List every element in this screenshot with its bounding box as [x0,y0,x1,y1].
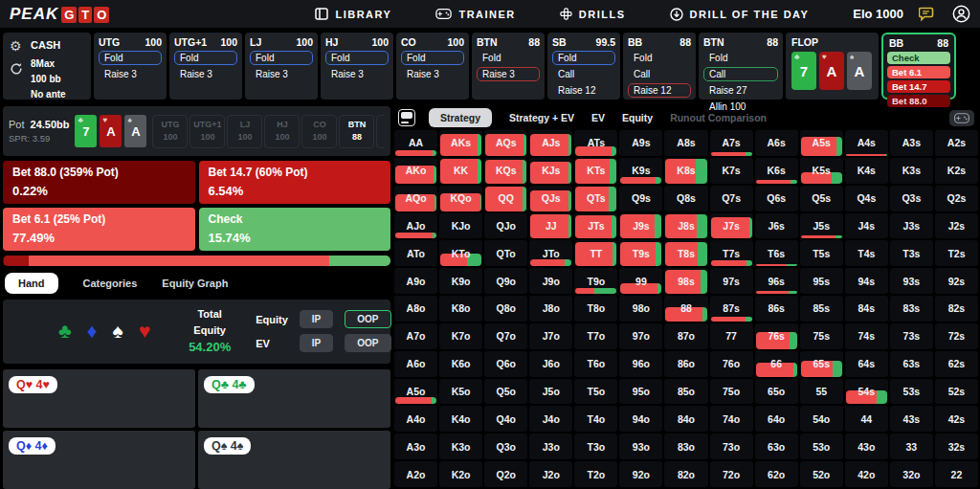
action-option-raise-3[interactable]: Raise 3 [401,67,464,81]
matrix-cell-T8o[interactable]: T8o [574,296,617,322]
strategy-option-check[interactable]: Check [887,52,950,64]
matrix-cell-33[interactable]: 33 [890,433,933,459]
matrix-cell-A5s[interactable]: A5s [800,130,843,156]
matrix-cell-K2o[interactable]: K2o [439,461,482,487]
matrix-cell-Q2o[interactable]: Q2o [484,461,527,487]
matrix-cell-62o[interactable]: 62o [755,461,798,487]
tab-equity-graph[interactable]: Equity Graph [162,273,228,294]
matrix-cell-75s[interactable]: 75s [800,323,843,349]
matrix-cell-22[interactable]: 22 [935,461,978,487]
gear-icon[interactable]: ⚙ [10,39,23,53]
train-spot-gamepad-icon[interactable] [949,110,974,126]
tab-hand[interactable]: Hand [5,273,58,294]
matrix-cell-66[interactable]: 66 [755,351,798,377]
matrix-cell-64s[interactable]: 64s [845,351,888,377]
matrix-cell-KJo[interactable]: KJo [439,213,482,239]
matrix-cell-A9s[interactable]: A9s [619,130,662,156]
matrix-cell-QJs[interactable]: QJs [529,186,572,211]
action-option-fold[interactable]: Fold [99,51,162,65]
matrix-cell-ATo[interactable]: ATo [394,240,437,266]
matrix-cell-J9o[interactable]: J9o [529,268,572,294]
matrix-cell-AJo[interactable]: AJo [394,213,437,239]
matrix-cell-AA[interactable]: AA [394,130,437,156]
matrix-cell-KQo[interactable]: KQo [439,186,482,211]
matrix-cell-J8o[interactable]: J8o [529,296,572,322]
matrix-tab-ev[interactable]: EV [591,112,605,123]
matrix-cell-QTs[interactable]: QTs [574,186,617,211]
matrix-cell-99[interactable]: 99 [619,268,662,294]
matrix-cell-J2o[interactable]: J2o [529,461,572,487]
matrix-cell-84o[interactable]: 84o [664,406,707,432]
action-option-raise-3[interactable]: Raise 3 [325,67,389,81]
strategy-option-bet-6-1[interactable]: Bet 6.1 [887,66,950,78]
matrix-cell-K4s[interactable]: K4s [845,158,888,184]
matrix-cell-J4o[interactable]: J4o [529,406,572,432]
action-option-call[interactable]: Call [628,67,691,81]
matrix-cell-K9o[interactable]: K9o [439,268,482,294]
refresh-icon[interactable] [10,62,23,78]
matrix-cell-82s[interactable]: 82s [935,296,978,322]
matrix-cell-T7s[interactable]: T7s [710,240,753,266]
matrix-cell-K5s[interactable]: K5s [800,158,843,184]
matrix-cell-QTo[interactable]: QTo [484,240,527,266]
matrix-cell-J6s[interactable]: J6s [755,213,798,239]
matrix-cell-73s[interactable]: 73s [890,323,933,349]
suit-filter-heart-icon[interactable]: ♥ [139,320,150,343]
matrix-cell-T2o[interactable]: T2o [574,461,617,487]
matrix-cell-J5s[interactable]: J5s [800,213,843,239]
matrix-cell-J4s[interactable]: J4s [845,213,888,239]
matrix-cell-K7o[interactable]: K7o [439,323,482,349]
matrix-cell-A8o[interactable]: A8o [394,296,437,322]
matrix-cell-A7s[interactable]: A7s [710,130,753,156]
matrix-cell-98o[interactable]: 98o [619,296,662,322]
tab-categories[interactable]: Categories [83,273,138,294]
matrix-cell-J7o[interactable]: J7o [529,323,572,349]
matrix-cell-T6o[interactable]: T6o [574,351,617,377]
position-selector-lj[interactable]: LJ100 [227,115,262,148]
matrix-cell-72o[interactable]: 72o [710,461,753,487]
matrix-cell-A4o[interactable]: A4o [394,406,437,432]
ev-oop-button[interactable]: OOP [345,334,390,352]
action-option-fold[interactable]: Fold [477,51,540,65]
matrix-cell-Q2s[interactable]: Q2s [935,186,978,211]
matrix-cell-A3o[interactable]: A3o [394,433,437,459]
combo-cell[interactable]: Q♥ 4♥ [3,369,195,428]
matrix-cell-Q9o[interactable]: Q9o [484,268,527,294]
action-option-call[interactable]: Call [703,67,778,81]
matrix-tab-runout-comparison[interactable]: Runout Comparison [670,112,767,123]
matrix-cell-98s[interactable]: 98s [664,268,707,294]
matrix-cell-A9o[interactable]: A9o [394,268,437,294]
suit-filter-club-icon[interactable]: ♣ [58,320,72,343]
matrix-cell-K3s[interactable]: K3s [890,158,933,184]
matrix-cell-AKs[interactable]: AKs [439,130,482,156]
matrix-cell-72s[interactable]: 72s [935,323,978,349]
matrix-cell-Q7s[interactable]: Q7s [710,186,753,211]
action-button-check-[interactable]: Check15.74% [199,208,391,251]
matrix-cell-52s[interactable]: 52s [935,379,978,405]
matrix-cell-AQs[interactable]: AQs [484,130,527,156]
matrix-cell-T7o[interactable]: T7o [574,323,617,349]
matrix-cell-42o[interactable]: 42o [845,461,888,487]
action-option-fold[interactable]: Fold [628,51,691,65]
matrix-cell-T9o[interactable]: T9o [574,268,617,294]
matrix-cell-Q9s[interactable]: Q9s [619,186,662,211]
matrix-cell-86s[interactable]: 86s [755,296,798,322]
matrix-cell-K3o[interactable]: K3o [439,433,482,459]
matrix-cell-83s[interactable]: 83s [890,296,933,322]
action-option-raise-27[interactable]: Raise 27 [703,83,778,98]
matrix-cell-K4o[interactable]: K4o [439,406,482,432]
matrix-cell-74s[interactable]: 74s [845,323,888,349]
position-selector-utg[interactable]: UTG100 [152,115,188,148]
matrix-cell-97s[interactable]: 97s [710,268,753,294]
peakgto-logo[interactable]: PEAK GTO [10,5,109,24]
matrix-cell-QJo[interactable]: QJo [484,213,527,239]
matrix-cell-J8s[interactable]: J8s [664,213,707,239]
matrix-cell-76s[interactable]: 76s [755,323,798,349]
matrix-cell-K6o[interactable]: K6o [439,351,482,377]
matrix-cell-T9s[interactable]: T9s [619,240,662,266]
matrix-cell-32s[interactable]: 32s [935,433,978,459]
matrix-cell-53s[interactable]: 53s [890,379,933,405]
matrix-cell-A2s[interactable]: A2s [935,130,978,156]
combo-cell[interactable]: Q♠ 4♠ [198,431,390,489]
matrix-cell-65o[interactable]: 65o [755,379,798,405]
